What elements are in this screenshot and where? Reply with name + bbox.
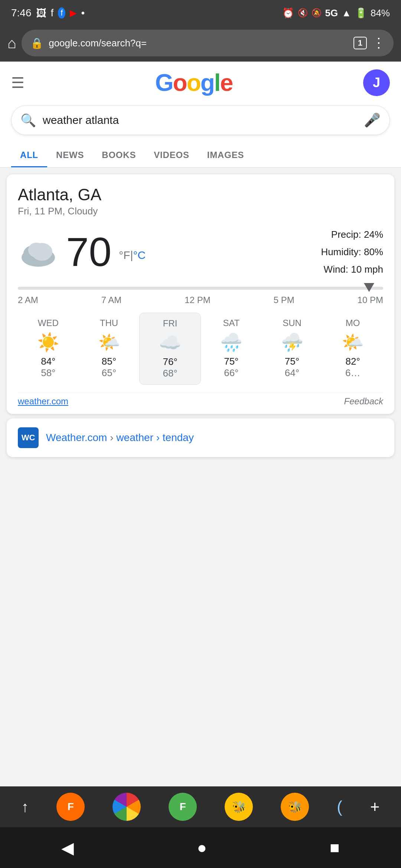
google-header: ☰ Google J — [0, 62, 401, 100]
photo-icon: 🖼 — [36, 7, 46, 19]
weather-main: 70 °F | °C Precip: 24% Humidity: 80% Win… — [18, 226, 383, 278]
muted-icon: 🔇 — [298, 8, 308, 18]
app-bee2-icon[interactable]: 🐝 — [281, 793, 309, 821]
tab-news[interactable]: NEWS — [47, 142, 93, 167]
timeline-labels: 2 AM 7 AM 12 PM 5 PM 10 PM — [18, 295, 383, 305]
humidity: Humidity: 80% — [321, 243, 383, 261]
new-tab-plus-icon[interactable]: + — [370, 798, 380, 816]
precip: Precip: 24% — [321, 226, 383, 243]
unit-f[interactable]: °F — [119, 249, 130, 262]
home-button[interactable]: ⌂ — [7, 36, 16, 50]
weather-city: Atlanta, GA — [18, 185, 383, 204]
dot-icon: • — [81, 7, 85, 19]
logo-o1: o — [173, 69, 187, 96]
android-nav-bar: ◀ ● ■ — [0, 827, 401, 868]
battery-label: 84% — [371, 7, 390, 19]
moon-icon[interactable]: ( — [337, 798, 342, 816]
lock-icon: 🔒 — [30, 37, 43, 49]
facebook2-icon: f — [58, 7, 65, 19]
tab-all[interactable]: ALL — [11, 142, 47, 167]
timeline-indicator — [364, 283, 374, 292]
search-tabs: ALL NEWS BOOKS VIDEOS IMAGES — [0, 142, 401, 168]
app-f2-icon[interactable]: F — [169, 793, 197, 821]
no-sound-icon: 🔕 — [312, 8, 322, 18]
result-info: Weather.com › weather › tenday — [46, 432, 194, 444]
result-breadcrumb: weather › tenday — [116, 432, 194, 443]
url-bar[interactable]: 🔒 google.com/search?q= 1 ⋮ — [22, 30, 394, 56]
weather-date: Fri, 11 PM, Cloudy — [18, 206, 383, 217]
pinwheel-icon[interactable] — [113, 793, 141, 821]
temp-units: °F | °C — [119, 249, 146, 262]
time-2am: 2 AM — [18, 295, 38, 305]
forecast-sat[interactable]: SAT 🌧️ 75° 66° — [201, 313, 262, 385]
result-title[interactable]: Weather.com › weather › tenday — [46, 432, 194, 444]
search-query[interactable]: weather atlanta — [43, 114, 357, 126]
cloud-icon — [18, 235, 59, 269]
forecast-fri[interactable]: FRI ☁️ 76° 68° — [139, 313, 201, 385]
tab-count[interactable]: 1 — [353, 37, 367, 49]
timeline-bar[interactable] — [18, 287, 383, 290]
facebook-icon: f — [51, 7, 54, 19]
tab-images[interactable]: IMAGES — [198, 142, 253, 167]
status-right: ⏰ 🔇 🔕 5G ▲ 🔋 84% — [282, 7, 390, 19]
home-nav-button[interactable]: ● — [197, 838, 207, 857]
user-initial: J — [373, 75, 380, 91]
tab-videos[interactable]: VIDEOS — [145, 142, 198, 167]
back-button[interactable]: ◀ — [61, 838, 74, 857]
app-f1-icon[interactable]: F — [56, 793, 85, 821]
wind: Wind: 10 mph — [321, 261, 383, 278]
url-text: google.com/search?q= — [49, 37, 348, 49]
signal-label: 5G — [325, 7, 338, 19]
menu-dots-icon[interactable]: ⋮ — [372, 35, 385, 51]
forecast-wed[interactable]: WED ☀️ 84° 58° — [18, 313, 79, 385]
weather-card: Atlanta, GA Fri, 11 PM, Cloudy 70 °F | °… — [7, 174, 394, 414]
forecast-row: WED ☀️ 84° 58° THU 🌤️ 85° 65° FRI ☁️ 76°… — [18, 313, 383, 385]
unit-c[interactable]: °C — [133, 249, 146, 262]
logo-g: G — [155, 69, 173, 96]
bottom-toolbar: ↑ F F 🐝 🐝 ( + — [0, 786, 401, 827]
feedback-link[interactable]: Feedback — [344, 396, 383, 407]
status-left: 7:46 🖼 f f ▶ • — [11, 7, 85, 19]
battery-icon: 🔋 — [355, 7, 367, 19]
logo-o2: o — [187, 69, 200, 96]
result-favicon: WC — [18, 427, 39, 448]
timeline-section: 2 AM 7 AM 12 PM 5 PM 10 PM — [18, 287, 383, 305]
temperature: 70 — [66, 231, 111, 272]
search-container: 🔍 weather atlanta 🎤 — [0, 100, 401, 142]
logo-g2: g — [200, 69, 214, 96]
scroll-up-button[interactable]: ↑ — [21, 799, 29, 815]
forecast-thu[interactable]: THU 🌤️ 85° 65° — [79, 313, 140, 385]
alarm-icon: ⏰ — [282, 7, 294, 19]
time-5pm: 5 PM — [274, 295, 294, 305]
user-avatar[interactable]: J — [363, 69, 390, 96]
mic-icon[interactable]: 🎤 — [364, 112, 381, 128]
forecast-mo[interactable]: MO 🌤️ 82° 6… — [322, 313, 383, 385]
recents-button[interactable]: ■ — [330, 838, 340, 857]
search-icon: 🔍 — [20, 113, 36, 128]
time-display: 7:46 — [11, 7, 32, 19]
hamburger-menu[interactable]: ☰ — [11, 74, 25, 91]
weather-details: Precip: 24% Humidity: 80% Wind: 10 mph — [321, 226, 383, 278]
browser-bar: ⌂ 🔒 google.com/search?q= 1 ⋮ — [0, 26, 401, 62]
temp-section: 70 °F | °C — [18, 231, 146, 272]
app-bee1-icon[interactable]: 🐝 — [225, 793, 253, 821]
logo-e: e — [220, 69, 233, 96]
time-10pm: 10 PM — [358, 295, 383, 305]
weather-source-link[interactable]: weather.com — [18, 396, 68, 407]
svg-point-3 — [28, 243, 45, 257]
signal-bars-icon: ▲ — [342, 7, 351, 19]
status-bar: 7:46 🖼 f f ▶ • ⏰ 🔇 🔕 5G ▲ 🔋 84% — [0, 0, 401, 26]
time-12pm: 12 PM — [185, 295, 210, 305]
google-logo: Google — [155, 69, 232, 96]
forecast-sun[interactable]: SUN ⛈️ 75° 64° — [262, 313, 323, 385]
tab-books[interactable]: BOOKS — [93, 142, 145, 167]
logo-l: l — [214, 69, 220, 96]
search-bar[interactable]: 🔍 weather atlanta 🎤 — [11, 105, 390, 135]
weather-footer: weather.com Feedback — [18, 392, 383, 407]
youtube-icon: ▶ — [70, 8, 76, 18]
unit-separator: | — [130, 249, 133, 262]
result-card[interactable]: WC Weather.com › weather › tenday — [7, 418, 394, 457]
time-7am: 7 AM — [101, 295, 122, 305]
